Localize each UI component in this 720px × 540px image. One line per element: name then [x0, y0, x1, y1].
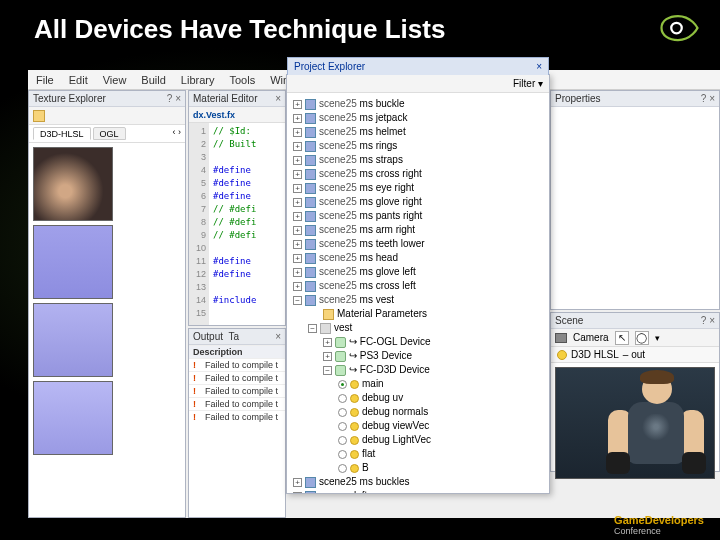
tree-row[interactable]: +scene25 ms pants right [293, 209, 543, 223]
tree-expand-icon[interactable]: + [293, 478, 302, 487]
output-row[interactable]: !Failed to compile t [189, 410, 285, 423]
technique-radio-icon[interactable] [338, 408, 347, 417]
orbit-tool-icon[interactable]: ◯ [635, 331, 649, 345]
pane-close-icon[interactable]: ? × [701, 315, 715, 326]
output-row[interactable]: !Failed to compile t [189, 371, 285, 384]
output-row[interactable]: !Failed to compile t [189, 358, 285, 371]
code-body[interactable]: // $Id: // Built #define #define #define… [209, 123, 256, 325]
tree-row[interactable]: +scene25 ms eye right [293, 181, 543, 195]
tree-row[interactable]: +scene25 ms cross right [293, 167, 543, 181]
tree-expand-icon[interactable]: + [293, 268, 302, 277]
tree-expand-icon[interactable]: + [293, 492, 302, 494]
menu-view[interactable]: View [103, 74, 127, 86]
tab-d3d-hlsl[interactable]: D3D-HLSL [33, 127, 91, 140]
texture-toolbar[interactable] [29, 107, 185, 125]
tree-expand-icon[interactable]: + [293, 100, 302, 109]
technique-radio-icon[interactable] [338, 464, 347, 473]
technique-row[interactable]: debug normals [293, 405, 543, 419]
tree-expand-icon[interactable]: + [293, 128, 302, 137]
tree-expand-icon[interactable]: + [293, 142, 302, 151]
tree-expand-icon[interactable]: + [293, 170, 302, 179]
menu-edit[interactable]: Edit [69, 74, 88, 86]
tree-row[interactable]: +scene25 ms arm right [293, 223, 543, 237]
tree-expand-icon[interactable]: + [323, 352, 332, 361]
tree-row[interactable]: +scene25 ms helmet [293, 125, 543, 139]
texture-thumbnail[interactable] [33, 225, 113, 299]
tree-expand-icon[interactable]: + [293, 156, 302, 165]
tree-expand-icon[interactable]: + [293, 254, 302, 263]
tree-expand-icon[interactable]: + [293, 212, 302, 221]
tab-ogl[interactable]: OGL [93, 127, 126, 140]
technique-row[interactable]: flat [293, 447, 543, 461]
tree-row[interactable]: −↪ FC-D3D Device [293, 363, 543, 377]
tree-expand-icon[interactable]: + [293, 114, 302, 123]
tree-row[interactable]: +scene25 ms cross left [293, 279, 543, 293]
texture-thumbnail[interactable] [33, 303, 113, 377]
technique-row[interactable]: B [293, 461, 543, 475]
tree-item-icon [305, 211, 316, 222]
tree-row[interactable]: +scene25 ms rings [293, 139, 543, 153]
tree-row[interactable]: +↪ FC-OGL Device [293, 335, 543, 349]
tree-row[interactable]: +↪ PS3 Device [293, 349, 543, 363]
tree-expand-icon[interactable]: + [293, 240, 302, 249]
pane-close-icon[interactable]: × [536, 61, 542, 72]
technique-radio-icon[interactable] [338, 422, 347, 431]
api-tabs[interactable]: D3D-HLSL OGL ‹ › [29, 125, 185, 143]
tree-row[interactable]: +scene25 ms straps [293, 153, 543, 167]
tree-expand-icon[interactable]: + [293, 282, 302, 291]
tree-row[interactable]: −scene25 ms vest [293, 293, 543, 307]
material-editor-title: Material Editor [193, 93, 257, 104]
tree-expand-icon[interactable]: + [293, 198, 302, 207]
tree-item-icon [305, 281, 316, 292]
pointer-tool-icon[interactable]: ↖ [615, 331, 629, 345]
tree-row[interactable]: +scene25 ms glove left [293, 265, 543, 279]
technique-row[interactable]: debug viewVec [293, 419, 543, 433]
pane-close-icon[interactable]: × [275, 331, 281, 342]
tree-row[interactable]: +scene25 ms head [293, 251, 543, 265]
toolbar-more-icon[interactable]: ▾ [655, 333, 660, 343]
folder-icon[interactable] [33, 110, 45, 122]
technique-row[interactable]: debug uv [293, 391, 543, 405]
technique-radio-icon[interactable] [338, 380, 347, 389]
technique-row[interactable]: debug LightVec [293, 433, 543, 447]
technique-radio-icon[interactable] [338, 394, 347, 403]
output-row[interactable]: !Failed to compile t [189, 384, 285, 397]
tree-expand-icon[interactable]: + [323, 338, 332, 347]
menu-library[interactable]: Library [181, 74, 215, 86]
pane-close-icon[interactable]: ? × [167, 93, 181, 104]
texture-thumbnail[interactable] [33, 381, 113, 455]
tree-row[interactable]: +scene25 ms jetpack [293, 111, 543, 125]
render-viewport[interactable] [555, 367, 715, 479]
project-tree[interactable]: +scene25 ms buckle+scene25 ms jetpack+sc… [287, 93, 549, 493]
tree-item-icon [305, 99, 316, 110]
menu-build[interactable]: Build [141, 74, 165, 86]
technique-icon [350, 450, 359, 459]
technique-row[interactable]: main [293, 377, 543, 391]
tree-row[interactable]: +scene25 ms teeth lower [293, 237, 543, 251]
output-row[interactable]: !Failed to compile t [189, 397, 285, 410]
tree-row[interactable]: Material Parameters [293, 307, 543, 321]
tree-expand-icon[interactable]: + [293, 184, 302, 193]
tree-expand-icon[interactable]: − [323, 366, 332, 375]
technique-radio-icon[interactable] [338, 436, 347, 445]
tree-label: Material Parameters [337, 307, 427, 321]
tree-expand-icon[interactable]: + [293, 226, 302, 235]
tree-item-icon [305, 295, 316, 306]
tree-expand-icon[interactable]: − [308, 324, 317, 333]
camera-icon[interactable] [555, 333, 567, 343]
tree-row[interactable]: +scene25 ms buckles [293, 475, 543, 489]
tree-row[interactable]: +scene25 ms buckle [293, 97, 543, 111]
menu-tools[interactable]: Tools [229, 74, 255, 86]
tree-expand-icon[interactable]: − [293, 296, 302, 305]
tree-row[interactable]: −vest [293, 321, 543, 335]
pane-close-icon[interactable]: × [275, 93, 281, 104]
pane-close-icon[interactable]: ? × [701, 93, 715, 104]
technique-radio-icon[interactable] [338, 450, 347, 459]
tab-overflow-icon[interactable]: ‹ › [173, 127, 182, 140]
tree-row[interactable]: +ms eye left [293, 489, 543, 493]
slide-title: All Devices Have Technique Lists [34, 14, 445, 45]
menu-file[interactable]: File [36, 74, 54, 86]
texture-thumbnail[interactable] [33, 147, 113, 221]
filter-dropdown[interactable]: Filter ▾ [513, 78, 543, 89]
tree-row[interactable]: +scene25 ms glove right [293, 195, 543, 209]
